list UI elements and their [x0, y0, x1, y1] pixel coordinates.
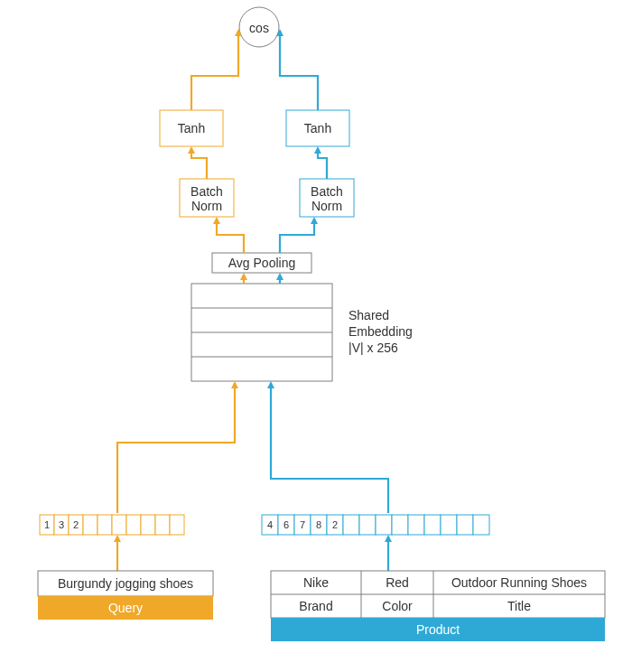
token-cell	[408, 515, 424, 535]
token-cell	[359, 515, 376, 535]
token-value: 7	[300, 519, 305, 530]
token-cell	[424, 515, 441, 535]
arrow-tanh-left-to-cos	[191, 31, 238, 110]
token-cell	[376, 515, 392, 535]
token-cell	[98, 515, 112, 535]
batchnorm-right-l2: Norm	[311, 199, 342, 213]
query-token-row: 132	[40, 515, 184, 535]
token-cell	[83, 515, 98, 535]
product-val-2: Outdoor Running Shoes	[451, 575, 587, 590]
token-cell	[473, 515, 489, 535]
embedding-side-l2: Embedding	[349, 324, 413, 339]
token-value: 8	[316, 519, 321, 530]
token-value: 2	[73, 519, 79, 530]
avg-pooling-label: Avg Pooling	[228, 256, 295, 270]
product-table: Nike Red Outdoor Running Shoes Brand Col…	[271, 571, 605, 618]
embedding-side-l1: Shared	[349, 308, 389, 322]
arrow-tanh-right-to-cos	[280, 31, 318, 110]
token-cell	[457, 515, 473, 535]
tanh-left-label: Tanh	[178, 121, 205, 135]
product-val-1: Red	[386, 575, 409, 590]
token-cell	[155, 515, 170, 535]
product-hdr-2: Title	[507, 599, 531, 613]
arrow-bn-right-to-tanh	[318, 148, 327, 179]
cos-label: cos	[249, 21, 269, 35]
token-cell	[441, 515, 457, 535]
token-cell	[343, 515, 359, 535]
token-cell	[141, 515, 155, 535]
arrow-pool-to-bn-right	[280, 219, 314, 253]
embedding-side-l3: |V| x 256	[349, 341, 398, 355]
arrow-pool-to-bn-left	[217, 219, 244, 253]
batchnorm-left-l1: Batch	[191, 184, 223, 199]
token-value: 4	[267, 519, 273, 530]
product-label: Product	[416, 622, 460, 637]
product-token-row: 46782	[262, 515, 489, 535]
product-hdr-1: Color	[382, 599, 413, 613]
batchnorm-left-l2: Norm	[191, 199, 222, 213]
query-label: Query	[108, 601, 143, 615]
token-cell	[170, 515, 184, 535]
token-value: 3	[59, 519, 64, 530]
token-cell	[112, 515, 126, 535]
token-value: 2	[332, 519, 338, 530]
token-value: 6	[283, 519, 289, 530]
token-cell	[392, 515, 408, 535]
product-hdr-0: Brand	[299, 599, 332, 613]
product-val-0: Nike	[303, 575, 329, 590]
token-cell	[126, 515, 141, 535]
architecture-diagram: cos Tanh Tanh Batch Norm Batch Norm Avg …	[0, 0, 632, 672]
tanh-right-label: Tanh	[304, 121, 331, 135]
arrow-product-to-embedding	[271, 383, 388, 513]
batchnorm-right-l1: Batch	[311, 184, 343, 199]
arrow-bn-left-to-tanh	[191, 148, 207, 179]
shared-embedding-stack	[191, 284, 332, 381]
token-value: 1	[44, 519, 50, 530]
arrow-query-to-embedding	[117, 383, 235, 513]
query-text: Burgundy jogging shoes	[58, 576, 193, 591]
